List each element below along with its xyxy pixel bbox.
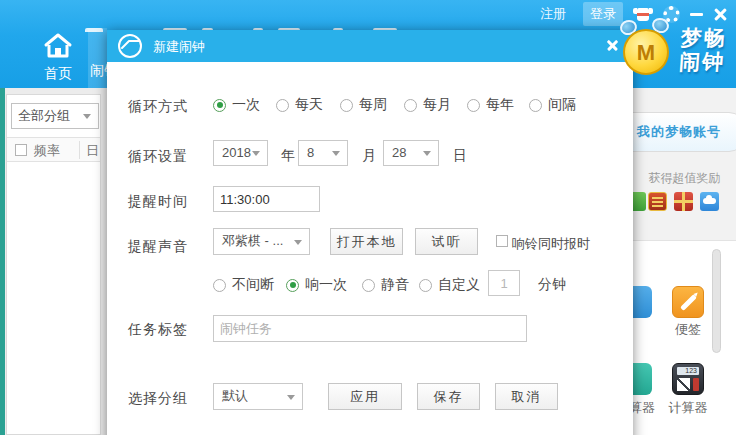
- remind-time-input[interactable]: [213, 186, 320, 212]
- cancel-button[interactable]: 取消: [495, 383, 558, 410]
- apply-button[interactable]: 应用: [328, 383, 402, 410]
- remind-sound-label: 提醒声音: [128, 238, 188, 256]
- radio-dot: [276, 99, 289, 112]
- calculator-display: 123: [677, 367, 699, 375]
- minimize-button[interactable]: [690, 13, 703, 16]
- tab-alarm-label: 闹钟: [90, 62, 107, 80]
- select-group-label: 选择分组: [128, 390, 188, 408]
- dialog-header: 新建闹钟: [107, 30, 633, 62]
- year-dropdown[interactable]: 2018: [213, 140, 268, 166]
- column-date: 日: [86, 142, 99, 160]
- month-unit: 月: [362, 147, 376, 165]
- tab-alarm-partial[interactable]: 闹钟: [88, 28, 107, 88]
- radio-interval[interactable]: 间隔: [529, 96, 576, 114]
- gift-icon[interactable]: [674, 192, 693, 211]
- select-all-checkbox[interactable]: [15, 144, 27, 156]
- logo-line2: 闹钟: [678, 50, 726, 74]
- preview-button[interactable]: 试听: [415, 228, 478, 255]
- notes-label: 便签: [658, 321, 718, 339]
- chevron-down-icon: [287, 395, 295, 400]
- year-unit: 年: [281, 147, 295, 165]
- column-frequency: 频率: [34, 142, 60, 160]
- radio-dot: [213, 279, 226, 292]
- mascot-face: M: [623, 29, 669, 75]
- radio-dot: [286, 279, 299, 292]
- radio-dot: [404, 99, 417, 112]
- app-window: 注册 登录 首页 闹钟 全部分组 频率: [0, 0, 736, 435]
- radio-dot: [362, 279, 375, 292]
- alarm-list-panel: 全部分组 频率 日: [6, 94, 101, 435]
- cloud-qt-icon[interactable]: [700, 192, 719, 211]
- alarm-mascot-icon: M: [618, 18, 674, 78]
- alarm-clock-icon: [117, 33, 143, 59]
- radio-ring-once[interactable]: 响一次: [286, 276, 347, 294]
- radio-dot: [340, 99, 353, 112]
- radio-dot: [213, 99, 226, 112]
- right-sidebar: 我的梦畅账号 获得超值奖励 便签 123 计算器 算器: [633, 88, 736, 435]
- notes-icon[interactable]: [672, 286, 704, 318]
- save-button[interactable]: 保存: [417, 383, 480, 410]
- chime-checkbox[interactable]: [496, 235, 508, 247]
- task-name-input[interactable]: [213, 315, 527, 342]
- calculator-label: 计算器: [658, 399, 718, 417]
- chime-label: 响铃同时报时: [512, 235, 590, 253]
- calculator-red-key: [693, 378, 699, 391]
- day-dropdown[interactable]: 28: [383, 140, 439, 166]
- radio-monthly[interactable]: 每月: [404, 96, 451, 114]
- column-divider: [79, 141, 80, 159]
- calculator-icon[interactable]: 123: [672, 363, 704, 395]
- dialog-title: 新建闹钟: [153, 38, 205, 56]
- group-filter-dropdown[interactable]: 全部分组: [11, 103, 99, 129]
- radio-dot: [419, 279, 432, 292]
- tools-card: 便签 123 计算器 算器: [633, 240, 736, 435]
- logo-line1: 梦畅: [680, 26, 728, 50]
- reward-text: 获得超值奖励: [633, 170, 736, 187]
- login-button[interactable]: 登录: [583, 2, 623, 26]
- lottery-icon[interactable]: [648, 192, 667, 211]
- radio-daily[interactable]: 每天: [276, 96, 323, 114]
- radio-once[interactable]: 一次: [213, 96, 260, 114]
- minutes-unit: 分钟: [538, 276, 566, 294]
- radio-continuous[interactable]: 不间断: [213, 276, 274, 294]
- pencil-icon: [680, 294, 697, 311]
- repeat-mode-label: 循环方式: [128, 98, 188, 116]
- chevron-down-icon: [294, 240, 302, 245]
- window-left-border: [0, 88, 5, 435]
- group-dropdown[interactable]: 默认: [213, 383, 303, 410]
- open-local-button[interactable]: 打开本地: [330, 228, 403, 255]
- remind-time-label: 提醒时间: [128, 193, 188, 211]
- chevron-down-icon: [332, 151, 340, 156]
- app-logo: M 梦畅 闹钟: [618, 18, 726, 78]
- radio-weekly[interactable]: 每周: [340, 96, 387, 114]
- radio-dot: [529, 99, 542, 112]
- task-label: 任务标签: [128, 321, 188, 339]
- radio-custom[interactable]: 自定义: [419, 276, 480, 294]
- sound-dropdown[interactable]: 邓紫棋 - ...: [213, 228, 310, 255]
- scrollbar-thumb[interactable]: [712, 249, 721, 353]
- month-dropdown[interactable]: 8: [298, 140, 348, 166]
- chevron-down-icon: [252, 151, 260, 156]
- chevron-down-icon: [423, 151, 431, 156]
- tab-home-label: 首页: [28, 65, 88, 83]
- new-alarm-dialog: 新建闹钟 循环方式 一次 每天 每周 每月 每年: [107, 30, 633, 435]
- calculator-keys: [677, 378, 690, 391]
- list-header-row: 频率 日: [7, 137, 100, 162]
- register-button[interactable]: 注册: [533, 2, 573, 26]
- home-icon: [43, 32, 73, 58]
- logo-text: 梦畅 闹钟: [678, 26, 727, 74]
- radio-yearly[interactable]: 每年: [467, 96, 514, 114]
- tab-home[interactable]: 首页: [28, 32, 88, 84]
- chevron-down-icon: [83, 114, 91, 119]
- day-unit: 日: [453, 147, 467, 165]
- custom-minutes-input[interactable]: [488, 270, 520, 296]
- group-filter-value: 全部分组: [18, 108, 70, 123]
- radio-mute[interactable]: 静音: [362, 276, 409, 294]
- repeat-setting-label: 循环设置: [128, 148, 188, 166]
- radio-dot: [467, 99, 480, 112]
